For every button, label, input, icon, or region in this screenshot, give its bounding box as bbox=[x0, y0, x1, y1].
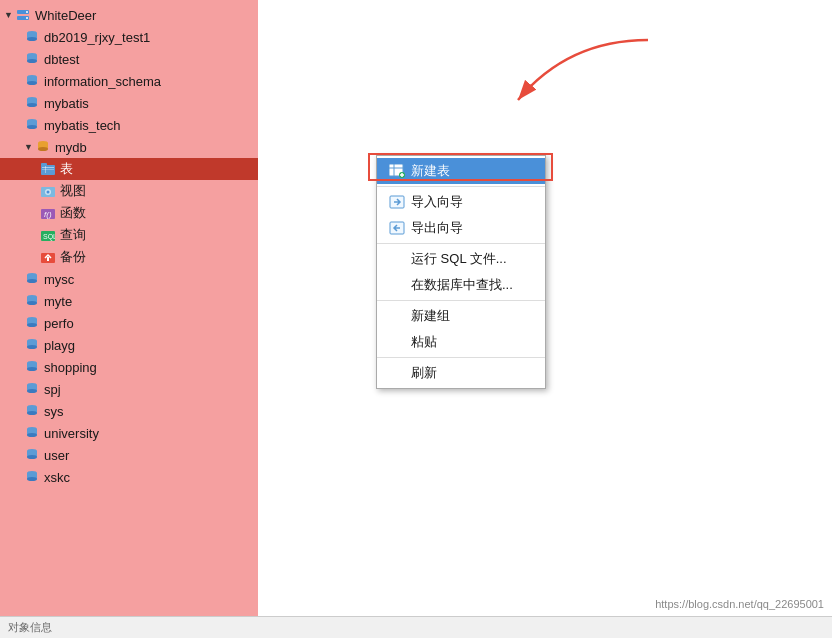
svg-rect-25 bbox=[42, 169, 54, 170]
child-query-label: 查询 bbox=[60, 226, 86, 244]
db-child-table[interactable]: 表 bbox=[0, 158, 258, 180]
db-item-8[interactable]: perfo bbox=[0, 312, 258, 334]
status-left: 对象信息 bbox=[8, 620, 52, 635]
menu-item-import[interactable]: 导入向导 bbox=[377, 189, 545, 215]
menu-item-new-group[interactable]: 新建组 bbox=[377, 303, 545, 329]
child-table-label: 表 bbox=[60, 160, 73, 178]
context-menu: 新建表 导入向导 bbox=[376, 155, 546, 389]
db-icon bbox=[24, 29, 40, 45]
db-icon-7 bbox=[24, 293, 40, 309]
db-icon-8 bbox=[24, 315, 40, 331]
menu-separator-3 bbox=[377, 300, 545, 301]
menu-item-export[interactable]: 导出向导 bbox=[377, 215, 545, 241]
db-item-5[interactable]: ▼ mydb bbox=[0, 136, 258, 158]
svg-rect-35 bbox=[47, 257, 49, 261]
db-item-11[interactable]: spj bbox=[0, 378, 258, 400]
db-item-14[interactable]: user bbox=[0, 444, 258, 466]
db-child-view[interactable]: 视图 bbox=[0, 180, 258, 202]
db-label-1: dbtest bbox=[44, 52, 79, 67]
svg-point-56 bbox=[27, 411, 37, 415]
db-icon-12 bbox=[24, 403, 40, 419]
db-item-15[interactable]: xskc bbox=[0, 466, 258, 488]
db-label-11: spj bbox=[44, 382, 61, 397]
paste-icon bbox=[389, 334, 405, 350]
menu-item-run-sql[interactable]: 运行 SQL 文件... bbox=[377, 246, 545, 272]
svg-point-50 bbox=[27, 367, 37, 371]
svg-point-44 bbox=[27, 323, 37, 327]
svg-point-65 bbox=[27, 477, 37, 481]
db-child-backup[interactable]: 备份 bbox=[0, 246, 258, 268]
db-icon-10 bbox=[24, 359, 40, 375]
menu-label-new-table: 新建表 bbox=[411, 162, 450, 180]
db-label-10: shopping bbox=[44, 360, 97, 375]
db-child-query[interactable]: SQL 查询 bbox=[0, 224, 258, 246]
query-icon: SQL bbox=[40, 227, 56, 243]
menu-label-refresh: 刷新 bbox=[411, 364, 437, 382]
menu-item-find[interactable]: 在数据库中查找... bbox=[377, 272, 545, 298]
db-item-4[interactable]: mybatis_tech bbox=[0, 114, 258, 136]
db-label-3: mybatis bbox=[44, 96, 89, 111]
db-label-7: myte bbox=[44, 294, 72, 309]
run-sql-icon bbox=[389, 251, 405, 267]
menu-label-import: 导入向导 bbox=[411, 193, 463, 211]
menu-separator-1 bbox=[377, 186, 545, 187]
db-icon-1 bbox=[24, 51, 40, 67]
svg-point-2 bbox=[26, 11, 28, 13]
db-label-8: perfo bbox=[44, 316, 74, 331]
svg-rect-24 bbox=[42, 167, 54, 168]
menu-item-refresh[interactable]: 刷新 bbox=[377, 360, 545, 386]
db-item-7[interactable]: myte bbox=[0, 290, 258, 312]
sidebar: ▼ WhiteDeer db2019_rjxy_test1 bbox=[0, 0, 258, 638]
db-icon-13 bbox=[24, 425, 40, 441]
db-item-2[interactable]: information_schema bbox=[0, 70, 258, 92]
svg-rect-26 bbox=[45, 166, 46, 173]
menu-item-paste[interactable]: 粘贴 bbox=[377, 329, 545, 355]
db-label-5: mydb bbox=[55, 140, 87, 155]
new-table-icon bbox=[389, 163, 405, 179]
svg-point-47 bbox=[27, 345, 37, 349]
db-label-13: university bbox=[44, 426, 99, 441]
svg-point-62 bbox=[27, 455, 37, 459]
db-item-13[interactable]: university bbox=[0, 422, 258, 444]
import-icon bbox=[389, 194, 405, 210]
db-label-14: user bbox=[44, 448, 69, 463]
db-icon-15 bbox=[24, 469, 40, 485]
db-label-4: mybatis_tech bbox=[44, 118, 121, 133]
db-item-12[interactable]: sys bbox=[0, 400, 258, 422]
db-item-3[interactable]: mybatis bbox=[0, 92, 258, 114]
db-label-12: sys bbox=[44, 404, 64, 419]
db-label-15: xskc bbox=[44, 470, 70, 485]
refresh-icon bbox=[389, 365, 405, 381]
server-icon bbox=[15, 7, 31, 23]
menu-label-find: 在数据库中查找... bbox=[411, 276, 513, 294]
db-child-func[interactable]: f() 函数 bbox=[0, 202, 258, 224]
db-item-6[interactable]: mysc bbox=[0, 268, 258, 290]
red-arrow bbox=[488, 30, 688, 150]
svg-point-53 bbox=[27, 389, 37, 393]
db-item-1[interactable]: dbtest bbox=[0, 48, 258, 70]
db-icon-6 bbox=[24, 271, 40, 287]
svg-point-59 bbox=[27, 433, 37, 437]
svg-point-9 bbox=[27, 59, 37, 63]
db-item-10[interactable]: shopping bbox=[0, 356, 258, 378]
child-backup-label: 备份 bbox=[60, 248, 86, 266]
main-container: ▼ WhiteDeer db2019_rjxy_test1 bbox=[0, 0, 832, 638]
svg-point-15 bbox=[27, 103, 37, 107]
svg-rect-23 bbox=[41, 163, 47, 166]
menu-separator-2 bbox=[377, 243, 545, 244]
find-icon bbox=[389, 277, 405, 293]
menu-label-paste: 粘贴 bbox=[411, 333, 437, 351]
db-item-0[interactable]: db2019_rjxy_test1 bbox=[0, 26, 258, 48]
status-bar: 对象信息 bbox=[0, 616, 832, 638]
db-icon-4 bbox=[24, 117, 40, 133]
content-area: 新建表 导入向导 bbox=[258, 0, 832, 638]
svg-point-21 bbox=[38, 147, 48, 151]
svg-point-3 bbox=[26, 17, 28, 19]
db-label-9: playg bbox=[44, 338, 75, 353]
db-item-9[interactable]: playg bbox=[0, 334, 258, 356]
menu-item-new-table[interactable]: 新建表 bbox=[377, 158, 545, 184]
db-label-0: db2019_rjxy_test1 bbox=[44, 30, 150, 45]
new-group-icon bbox=[389, 308, 405, 324]
menu-separator-4 bbox=[377, 357, 545, 358]
tree-root-whitedeer[interactable]: ▼ WhiteDeer bbox=[0, 4, 258, 26]
